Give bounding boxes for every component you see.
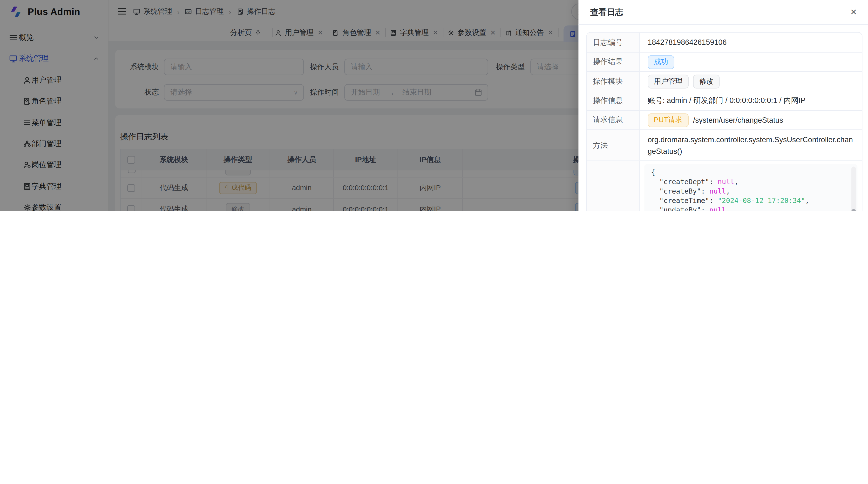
module-tag: 修改: [693, 74, 719, 88]
desc-label: 操作模块: [587, 72, 640, 91]
desc-label: 请求信息: [587, 110, 640, 129]
drawer-header: 查看日志 ✕: [579, 0, 868, 25]
desc-label: 请求参数: [587, 161, 640, 211]
close-icon[interactable]: ✕: [849, 7, 859, 17]
desc-row-3: 操作信息账号: admin / 研发部门 / 0:0:0:0:0:0:0:1 /…: [587, 91, 862, 110]
request-method-tag: PUT请求: [648, 113, 689, 127]
desc-row-2: 操作模块用户管理修改: [587, 71, 862, 91]
desc-value: /system/user/changeStatus: [693, 116, 783, 124]
json-code-block: { "createDept": null, "createBy": null, …: [644, 164, 858, 211]
scrollbar-thumb[interactable]: [851, 209, 856, 211]
desc-row-5: 方法org.dromara.system.controller.system.S…: [587, 129, 862, 161]
desc-value: 1842781986426159106: [648, 38, 727, 46]
desc-row-6: 请求参数{ "createDept": null, "createBy": nu…: [587, 161, 862, 211]
desc-label: 日志编号: [587, 33, 640, 52]
log-descriptions-table: 日志编号1842781986426159106操作结果成功操作模块用户管理修改操…: [586, 32, 863, 211]
result-tag: 成功: [648, 55, 674, 69]
desc-row-4: 请求信息PUT请求/system/user/changeStatus: [587, 110, 862, 129]
drawer-title: 查看日志: [590, 0, 623, 25]
desc-label: 操作信息: [587, 91, 640, 110]
log-detail-drawer: 查看日志 ✕ 日志编号1842781986426159106操作结果成功操作模块…: [579, 0, 868, 211]
desc-row-0: 日志编号1842781986426159106: [587, 33, 862, 52]
screen: Plus Admin 概览系统管理用户管理角色管理菜单管理部门管理岗位管理字典管…: [0, 0, 868, 211]
desc-row-1: 操作结果成功: [587, 52, 862, 71]
desc-label: 操作结果: [587, 53, 640, 71]
desc-label: 方法: [587, 130, 640, 160]
scrollbar-track: [851, 167, 856, 211]
module-tag: 用户管理: [648, 74, 689, 88]
desc-value: 账号: admin / 研发部门 / 0:0:0:0:0:0:0:1 / 内网I…: [648, 96, 806, 105]
desc-value: org.dromara.system.controller.system.Sys…: [640, 130, 862, 160]
